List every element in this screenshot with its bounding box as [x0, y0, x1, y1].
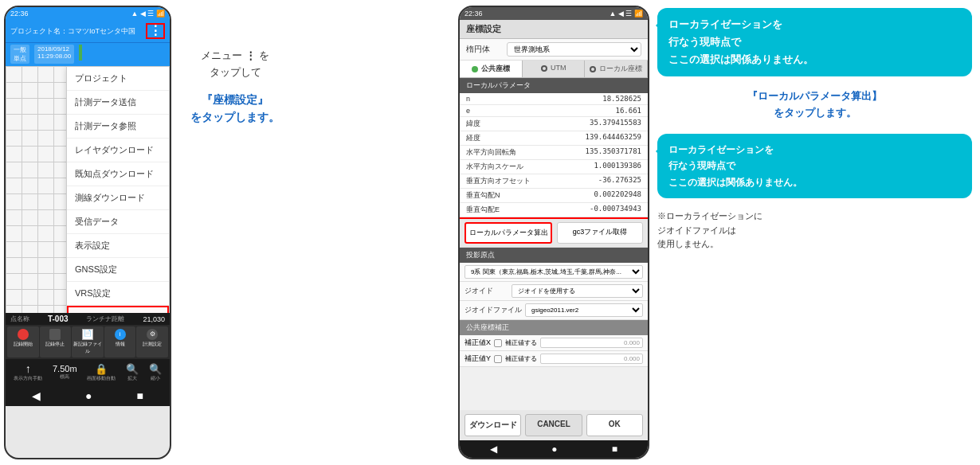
param-row-n: n 18.528625 — [460, 93, 648, 105]
radio-utm — [541, 65, 547, 72]
status-icons-right: ▲ ◀ ☰ 📶 — [610, 10, 643, 18]
menu-item-known[interactable]: 既知点ダウンロード — [67, 162, 169, 186]
direction-btn[interactable]: ↑ 表示方向手動 — [14, 362, 42, 382]
measure-settings-btn[interactable]: ⚙ 計測設定 — [136, 326, 168, 358]
param-row-hscale: 水平方向スケール 1.000139386 — [460, 160, 648, 174]
calc-param-btn[interactable]: ローカルパラメータ算出 — [465, 222, 552, 244]
param-row-lat: 緯度 35.379415583 — [460, 117, 648, 131]
projection-select-row: 9系 関東（東京,福島,栃木,茨城,埼玉,千葉,群馬,神奈... — [460, 263, 648, 282]
status-bar-left: 22:36 ▲ ◀ ☰ 📶 — [6, 7, 170, 20]
tab-utm[interactable]: UTM — [523, 61, 586, 77]
back-btn-right[interactable]: ◀ — [490, 444, 497, 455]
speech-bubble-2: ローカライゼーションを行なう現時点でここの選択は関係ありません。 — [657, 134, 972, 198]
home-btn-right[interactable]: ● — [551, 444, 557, 455]
param-row-hrot: 水平方向回転角 135.350371781 — [460, 146, 648, 160]
nav-row: ↑ 表示方向手動 7.50m 標高 🔒 画面移動自動 🔍 拡大 🔍 縮 — [6, 359, 170, 385]
settings-title: 座標設定 — [460, 20, 648, 39]
new-record-btn[interactable]: 📄 新記録ファイル — [72, 326, 104, 358]
menu-item-vrs[interactable]: VRS設定 — [67, 282, 169, 306]
info-row: 一般単点 2018/09/1211:29:08.00 — [6, 43, 170, 66]
record-start-btn[interactable]: 記録開始 — [7, 326, 39, 358]
phone-screen-right: 22:36 ▲ ◀ ☰ 📶 座標設定 楕円体 世界測地系 公共座標 — [460, 7, 648, 458]
zoom-in-btn[interactable]: 🔍 拡大 — [126, 363, 139, 382]
annotation-text-1: メニュー ⋮ をタップして — [201, 48, 269, 81]
gc3-btn[interactable]: gc3ファイル取得 — [557, 222, 643, 244]
middle-annotation: メニュー ⋮ をタップして 『座標設定』をタップします。 — [171, 0, 299, 138]
phone-frame-left: 22:36 ▲ ◀ ☰ 📶 プロジェクト名：コマツIoTセンタ中国 ⋮ 一般単点… — [4, 6, 171, 459]
cancel-btn[interactable]: CANCEL — [525, 414, 582, 436]
tab-public-coord[interactable]: 公共座標 — [460, 61, 523, 77]
menu-item-coord[interactable]: 座標設定 — [67, 306, 169, 313]
menu-item-gnss[interactable]: GNSS設定 — [67, 258, 169, 282]
tab-local-coord[interactable]: ローカル座標 — [585, 61, 648, 77]
param-row-e: e 16.661 — [460, 105, 648, 117]
note-text: ※ローカライゼーションにジオイドファイルは使用しません。 — [657, 209, 972, 252]
menu-item-display[interactable]: 表示設定 — [67, 234, 169, 258]
bottom-action-row: ダウンロード CANCEL OK — [460, 410, 648, 440]
point-label: 点名称 — [10, 315, 29, 323]
status-time-right: 22:36 — [465, 10, 483, 18]
correction-x-checkbox[interactable] — [494, 339, 502, 347]
projection-select[interactable]: 9系 関東（東京,福島,栃木,茨城,埼玉,千葉,群馬,神奈... — [465, 265, 643, 279]
right-section: 22:36 ▲ ◀ ☰ 📶 座標設定 楕円体 世界測地系 公共座標 — [454, 0, 980, 465]
system-nav-right: ◀ ● ■ — [460, 440, 648, 458]
grid-area: プロジェクト 計測データ送信 計測データ参照 レイヤダウンロード 既知点ダウンロ… — [6, 66, 170, 313]
auto-move-btn[interactable]: 🔒 画面移動自動 — [87, 363, 116, 382]
param-row-vgradn: 垂直勾配N 0.002202948 — [460, 189, 648, 203]
distance-label: ランチナ距離 — [86, 315, 124, 323]
correction-x-input[interactable] — [540, 338, 643, 348]
geoid-row-1: ジオイド ジオイドを使用する — [460, 282, 648, 301]
calc-button-row: ローカルパラメータ算出 gc3ファイル取得 — [460, 217, 648, 248]
ellipsoid-select[interactable]: 世界測地系 — [507, 42, 641, 57]
menu-item-layer[interactable]: レイヤダウンロード — [67, 139, 169, 162]
status-icons-left: ▲ ◀ ☰ 📶 — [131, 10, 165, 18]
distance-value: 21,030 — [143, 315, 165, 323]
right-annotation: ローカライゼーションを行なう現時点でここの選択は関係ありません。 『ローカルパラ… — [649, 0, 980, 260]
project-header: プロジェクト名：コマツIoTセンタ中国 ⋮ — [6, 20, 170, 43]
radio-local — [590, 66, 596, 72]
status-time-left: 22:36 — [10, 10, 29, 18]
annotation-bold-right: 『ローカルパラメータ算出】をタップします。 — [657, 88, 972, 122]
recent-btn-right[interactable]: ■ — [612, 444, 617, 455]
back-btn[interactable]: ◀ — [32, 389, 41, 402]
system-nav: ◀ ● ■ — [6, 385, 170, 406]
phone-frame-right: 22:36 ▲ ◀ ☰ 📶 座標設定 楕円体 世界測地系 公共座標 — [458, 6, 649, 459]
projection-label: 投影原点 — [460, 248, 648, 263]
geoid-select[interactable]: ジオイドを使用する — [512, 284, 643, 298]
altitude-display: 7.50m 標高 — [53, 364, 77, 381]
point-value: T-003 — [48, 315, 69, 323]
dropdown-menu: プロジェクト 計測データ送信 計測データ参照 レイヤダウンロード 既知点ダウンロ… — [66, 66, 170, 313]
ok-btn[interactable]: OK — [586, 414, 643, 436]
param-row-vgrade: 垂直勾配E -0.000734943 — [460, 203, 648, 217]
home-btn[interactable]: ● — [85, 389, 92, 402]
download-btn[interactable]: ダウンロード — [465, 414, 521, 436]
phone-screen-left: 22:36 ▲ ◀ ☰ 📶 プロジェクト名：コマツIoTセンタ中国 ⋮ 一般単点… — [6, 7, 170, 458]
project-title: プロジェクト名：コマツIoTセンタ中国 — [10, 26, 135, 37]
bottom-bar: 点名称 T-003 ランチナ距離 21,030 — [6, 313, 170, 325]
ellipsoid-row: 楕円体 世界測地系 — [460, 39, 648, 61]
tab-row: 公共座標 UTM ローカル座標 — [460, 61, 648, 78]
menu-item-send[interactable]: 計測データ送信 — [67, 91, 169, 115]
menu-item-receive[interactable]: 受信データ — [67, 210, 169, 234]
menu-icon-left[interactable]: ⋮ — [146, 23, 165, 39]
geoid-file-select[interactable]: gsigeo2011.ver2 — [525, 303, 643, 317]
menu-item-ref[interactable]: 計測データ参照 — [67, 115, 169, 139]
annotation-bold-1: 『座標設定』をタップします。 — [190, 91, 280, 127]
info-btn[interactable]: i 情報 — [104, 326, 136, 358]
correction-y-row: 補正値Y 補正値する — [460, 351, 648, 367]
params-header: ローカルパラメータ — [460, 78, 648, 93]
status-bar-right: 22:36 ▲ ◀ ☰ 📶 — [460, 7, 648, 20]
menu-item-survey[interactable]: 測線ダウンロード — [67, 186, 169, 210]
recent-btn[interactable]: ■ — [137, 389, 143, 402]
correction-y-input[interactable] — [540, 354, 643, 364]
mode-label1: 一般単点 — [10, 45, 29, 64]
record-stop-btn[interactable]: 記録停止 — [40, 326, 72, 358]
radio-public — [472, 66, 478, 72]
speech-bubble-1: ローカライゼーションを行なう現時点でここの選択は関係ありません。 — [657, 8, 972, 76]
action-buttons-row: 記録開始 記録停止 📄 新記録ファイル i 情報 ⚙ 計測設定 — [6, 325, 170, 359]
correction-y-checkbox[interactable] — [494, 355, 502, 363]
correction-header: 公共座標補正 — [460, 320, 648, 335]
menu-item-project[interactable]: プロジェクト — [67, 67, 169, 91]
zoom-out-btn[interactable]: 🔍 縮小 — [149, 363, 162, 382]
geoid-row-2: ジオイドファイル gsigeo2011.ver2 — [460, 301, 648, 320]
